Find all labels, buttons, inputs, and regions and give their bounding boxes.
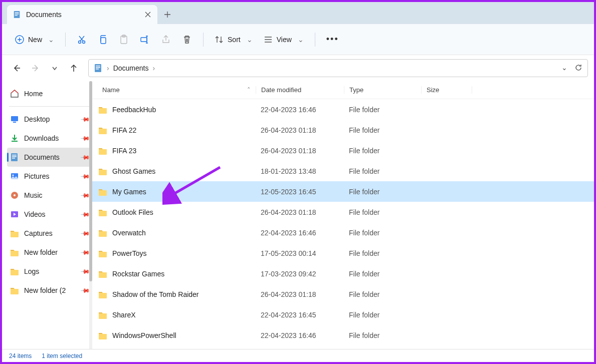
new-tab-button[interactable] — [157, 5, 177, 24]
share-button[interactable] — [157, 31, 175, 49]
file-list: Name˄ Date modified Type Size FeedbackHu… — [92, 81, 594, 349]
divider — [315, 33, 315, 47]
folder-icon — [98, 146, 107, 155]
breadcrumb-location[interactable]: Documents — [113, 64, 149, 72]
file-type: File folder — [344, 208, 421, 216]
table-row[interactable]: FIFA 22 26-04-2023 01:18 File folder — [92, 120, 594, 140]
sidebar-item-label: New folder — [24, 248, 58, 256]
sidebar-item-new-folder-2[interactable]: New folder (2 📌 — [7, 281, 92, 300]
table-row[interactable]: WindowsPowerShell 22-04-2023 16:46 File … — [92, 325, 594, 345]
chevron-down-icon: ⌄ — [247, 36, 253, 44]
sidebar-item-label: New folder (2 — [24, 286, 66, 294]
view-label: View — [277, 36, 292, 44]
svg-rect-12 — [13, 122, 16, 123]
folder-icon — [98, 290, 107, 299]
folder-icon — [98, 187, 107, 196]
file-name: WindowsPowerShell — [112, 331, 176, 339]
file-name: My Games — [112, 188, 146, 196]
table-row[interactable]: Outlook Files 26-04-2023 01:18 File fold… — [92, 202, 594, 222]
table-row[interactable]: My Games 12-05-2023 16:45 File folder — [92, 181, 594, 202]
file-date: 26-04-2023 01:18 — [256, 126, 344, 134]
col-size[interactable]: Size — [421, 86, 472, 94]
view-button[interactable]: View ⌄ — [260, 31, 308, 49]
sort-indicator-icon: ˄ — [247, 86, 251, 94]
file-date: 22-04-2023 16:45 — [256, 311, 344, 319]
back-button[interactable] — [8, 60, 25, 77]
folder-icon — [98, 167, 107, 176]
divider — [65, 33, 66, 47]
paste-button[interactable] — [115, 31, 133, 49]
folder-icon — [98, 331, 107, 340]
tab-bar: Documents — [2, 2, 594, 24]
folder-icon — [98, 310, 107, 319]
sidebar-item-desktop[interactable]: Desktop 📌 — [7, 110, 92, 129]
folder-icon — [98, 249, 107, 258]
table-row[interactable]: Rockstar Games 17-03-2023 09:42 File fol… — [92, 263, 594, 284]
col-date[interactable]: Date modified — [256, 86, 344, 94]
sidebar-item-label: Pictures — [24, 172, 50, 180]
sidebar-item-label: Downloads — [24, 134, 59, 142]
table-row[interactable]: ShareX 22-04-2023 16:45 File folder — [92, 304, 594, 325]
file-type: File folder — [344, 290, 421, 298]
sidebar-item-music[interactable]: Music 📌 — [7, 186, 92, 205]
window-tab[interactable]: Documents — [7, 5, 157, 24]
svg-rect-11 — [11, 116, 18, 121]
copy-button[interactable] — [94, 31, 112, 49]
sidebar-home[interactable]: Home — [7, 84, 92, 103]
sort-button[interactable]: Sort ⌄ — [211, 31, 257, 49]
rename-button[interactable] — [136, 31, 154, 49]
col-name[interactable]: Name˄ — [92, 86, 256, 94]
sidebar-item-new-folder[interactable]: New folder 📌 — [7, 243, 92, 262]
file-date: 22-04-2023 16:46 — [256, 106, 344, 114]
recent-button[interactable] — [46, 60, 63, 77]
file-name: Outlook Files — [112, 208, 153, 216]
delete-button[interactable] — [178, 31, 196, 49]
folder-icon — [98, 126, 107, 135]
sidebar-item-videos[interactable]: Videos 📌 — [7, 205, 92, 224]
file-name: FeedbackHub — [112, 106, 156, 114]
document-icon — [13, 11, 21, 19]
sidebar: Home Desktop 📌 Downloads 📌 Documents 📌 P… — [2, 81, 92, 349]
folder-icon — [98, 269, 107, 278]
sidebar-item-label: Captures — [24, 229, 53, 237]
address-bar[interactable]: › Documents › ⌄ — [88, 59, 588, 77]
svg-rect-10 — [141, 38, 147, 42]
breadcrumb-sep: › — [152, 64, 155, 72]
forward-button[interactable] — [27, 60, 44, 77]
file-date: 26-04-2023 01:18 — [256, 208, 344, 216]
new-button[interactable]: New ⌄ — [11, 31, 58, 49]
sidebar-item-logs[interactable]: Logs 📌 — [7, 262, 92, 281]
folder-icon — [98, 228, 107, 237]
sidebar-item-downloads[interactable]: Downloads 📌 — [7, 129, 92, 148]
chevron-down-icon[interactable]: ⌄ — [561, 64, 567, 73]
sidebar-item-captures[interactable]: Captures 📌 — [7, 224, 92, 243]
table-row[interactable]: Overwatch 22-04-2023 16:46 File folder — [92, 222, 594, 243]
folder-icon — [98, 208, 107, 217]
divider — [9, 106, 90, 107]
table-row[interactable]: Ghost Games 18-01-2023 13:48 File folder — [92, 161, 594, 181]
file-date: 26-04-2023 01:18 — [256, 290, 344, 298]
table-row[interactable]: FeedbackHub 22-04-2023 16:46 File folder — [92, 99, 594, 120]
up-button[interactable] — [65, 60, 82, 77]
status-bar: 24 items 1 item selected — [2, 349, 594, 362]
document-icon — [94, 64, 103, 73]
table-row[interactable]: PowerToys 17-05-2023 00:14 File folder — [92, 243, 594, 263]
table-row[interactable]: Shadow of the Tomb Raider 26-04-2023 01:… — [92, 284, 594, 304]
sidebar-item-documents[interactable]: Documents 📌 — [7, 148, 92, 167]
table-row[interactable]: FIFA 23 26-04-2023 01:18 File folder — [92, 140, 594, 161]
more-button[interactable]: ••• — [322, 31, 343, 49]
folder-icon — [98, 105, 107, 114]
cut-button[interactable] — [73, 31, 91, 49]
close-icon[interactable] — [144, 11, 151, 18]
sidebar-item-pictures[interactable]: Pictures 📌 — [7, 167, 92, 186]
folder-icon — [10, 286, 19, 295]
sidebar-item-label: Desktop — [24, 115, 50, 123]
file-date: 17-03-2023 09:42 — [256, 270, 344, 278]
music-icon — [10, 191, 19, 200]
refresh-icon[interactable] — [574, 64, 582, 73]
svg-point-5 — [79, 41, 81, 43]
col-type[interactable]: Type — [344, 86, 421, 94]
file-type: File folder — [344, 249, 421, 257]
videos-icon — [10, 210, 19, 219]
divider — [203, 33, 204, 47]
